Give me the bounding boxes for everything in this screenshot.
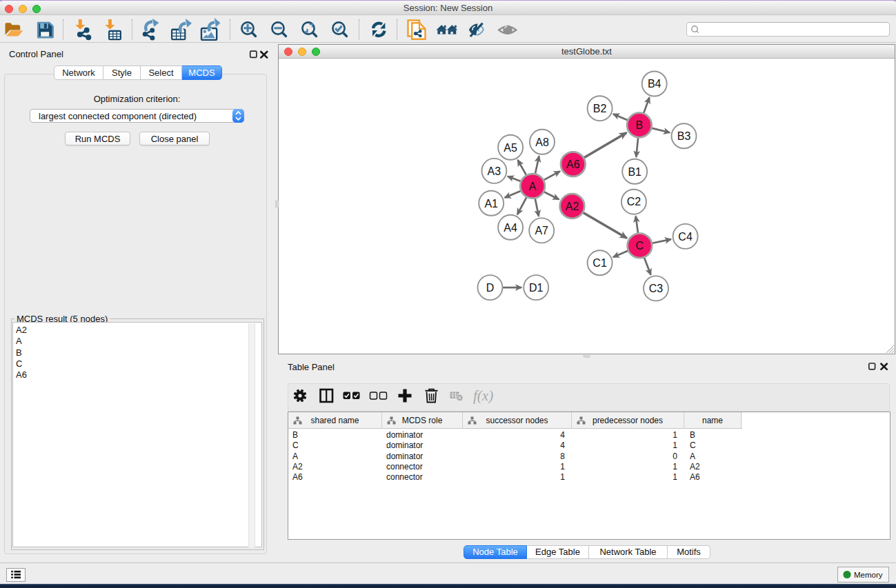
svg-text:A: A: [529, 181, 537, 192]
svg-text:C3: C3: [649, 283, 664, 294]
svg-text:C: C: [636, 240, 644, 252]
svg-text:A8: A8: [535, 136, 549, 148]
svg-text:A1: A1: [484, 198, 498, 210]
svg-text:B2: B2: [593, 103, 607, 114]
svg-text:A5: A5: [504, 142, 517, 154]
svg-text:A2: A2: [566, 201, 579, 212]
svg-text:A4: A4: [504, 222, 517, 234]
svg-text:A3: A3: [488, 165, 501, 177]
svg-text:D1: D1: [529, 282, 544, 294]
svg-text:C2: C2: [627, 196, 641, 207]
svg-text:B: B: [636, 119, 644, 131]
svg-text:A7: A7: [535, 225, 548, 236]
svg-text:C1: C1: [593, 257, 607, 269]
svg-text:B4: B4: [648, 78, 661, 90]
svg-text:Memory: Memory: [854, 571, 883, 579]
svg-text:f(x): f(x): [473, 387, 493, 404]
svg-text:B3: B3: [677, 130, 691, 142]
svg-text:C4: C4: [678, 231, 693, 243]
svg-text:D: D: [486, 282, 495, 294]
svg-text:A6: A6: [566, 159, 580, 170]
svg-text:B1: B1: [628, 166, 641, 178]
